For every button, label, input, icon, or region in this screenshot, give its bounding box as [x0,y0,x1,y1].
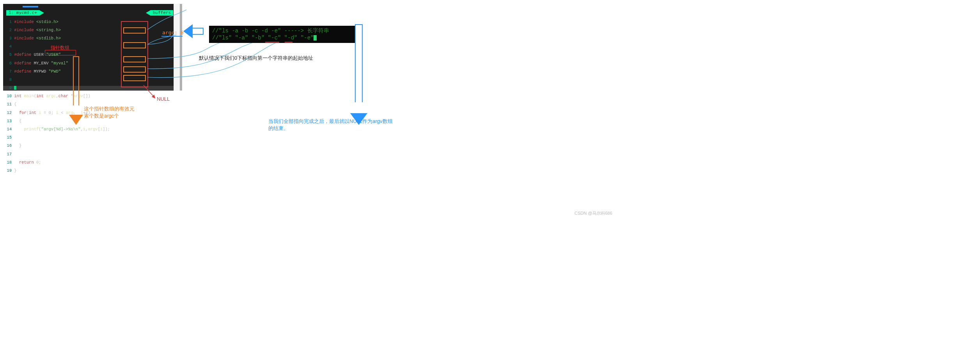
terminal-cursor [314,35,317,41]
argv-cell-3 [123,66,146,73]
orange-note: 这个指针数组的有效元 素个数是argc个 [84,105,135,119]
pointer-array-label: 指针数组 [51,44,69,51]
diagram-canvas: 1: mycmd.c+ buffers 1 #include <stdio.h>… [0,0,624,219]
editor-scrollbar-inner [180,4,182,91]
code-area[interactable]: 1 #include <stdio.h> 2 #include <string.… [3,16,179,181]
argc-display: argc: 6 [162,30,184,36]
watermark: CSDN @马尔科686 [574,210,612,216]
editor-tab-filename[interactable]: 1: mycmd.c+ [6,10,39,16]
argv-cell-2 [123,56,146,62]
orange-note-line2: 素个数是argc个 [84,112,135,119]
argv-cell-1 [123,42,146,48]
argc-label: argc: [162,30,177,36]
red-underline-1 [265,42,279,43]
editor-accent [23,6,38,7]
orange-note-line1: 这个指针数组的有效元 [84,105,135,112]
blue-note-line1: 当我们全部指向完成之后，最后就以NULL作为argv数组 [268,118,393,125]
cmd-line-1: //"ls -a -b -c -d -e" -----> 长字符串 [212,27,353,34]
editor-tab-buffers[interactable]: buffers [151,10,173,16]
blue-note-line2: 的结束。 [268,125,393,132]
red-underline-2 [285,42,292,43]
blue-note: 当我们全部指向完成之后，最后就以NULL作为argv数组 的结束。 [268,118,393,132]
null-label: NULL [157,96,170,102]
black-note: 默认情况下我们0下标指向第一个字符串的起始地址 [199,55,313,62]
cmd-line-2: //"ls" "-a" "-b" "-c" "-d" "-e" [212,35,314,41]
argv-cell-0 [123,27,146,34]
editor-window: 1: mycmd.c+ buffers 1 #include <stdio.h>… [3,4,179,91]
command-sample-box: //"ls -a -b -c -d -e" -----> 长字符串 //"ls"… [209,26,356,43]
argv-cell-4 [123,75,146,81]
argc-underline [161,36,183,37]
